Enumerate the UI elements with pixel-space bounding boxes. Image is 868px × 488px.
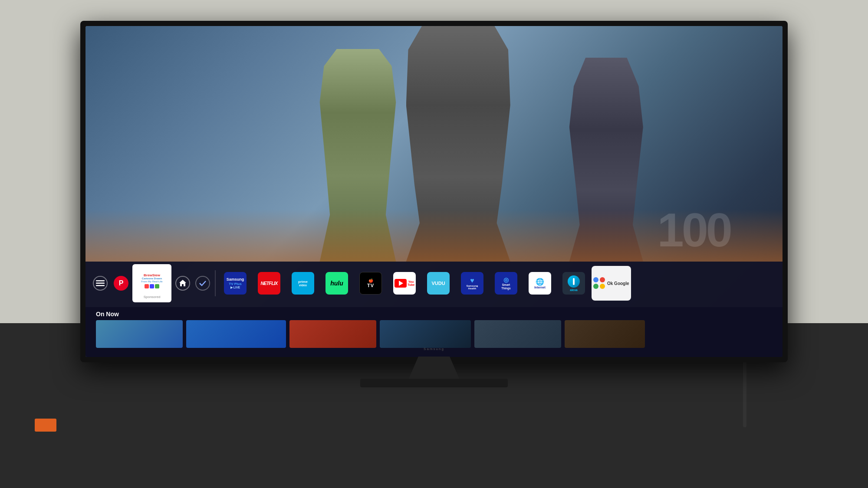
svg-rect-2 xyxy=(96,285,105,286)
alexa-icon: alexa xyxy=(562,272,585,295)
hulu-icon: hulu xyxy=(326,272,348,295)
thumbnail-6[interactable] xyxy=(565,320,645,348)
brewsiew-app[interactable]: BrewSiew Cartoons Drawn From My Real-Lif… xyxy=(132,264,171,302)
vudu-icon: VUDU xyxy=(427,272,450,295)
smartthings-app[interactable]: ◎ SmartThings xyxy=(490,266,522,301)
on-now-thumbnails xyxy=(96,320,772,348)
check-icon xyxy=(195,276,210,291)
samsung-health-icon: ♥ Samsung Health xyxy=(461,272,483,295)
sponsored-label: Sponsored xyxy=(144,295,161,299)
ok-google-icon: Ok Google xyxy=(592,277,631,289)
svg-rect-0 xyxy=(96,280,105,282)
thumbnail-1[interactable] xyxy=(96,320,183,348)
ok-google-label: Ok Google xyxy=(607,281,629,286)
youtube-app[interactable]: YouTube xyxy=(388,266,421,301)
prime-video-app[interactable]: prime video xyxy=(287,266,319,301)
apple-tv-app[interactable]: 🍎 TV xyxy=(355,266,387,301)
ok-google-app[interactable]: Ok Google xyxy=(592,266,631,301)
thumbnail-3[interactable] xyxy=(289,320,376,348)
smartthings-icon: ◎ SmartThings xyxy=(495,272,517,295)
alexa-app[interactable]: alexa xyxy=(558,266,590,301)
thumbnail-2[interactable] xyxy=(186,320,286,348)
stand-object xyxy=(35,419,56,432)
apple-tv-icon: 🍎 TV xyxy=(359,272,382,295)
smart-tv-taskbar: P BrewSiew Cartoons Drawn From My Real-L… xyxy=(85,262,783,357)
menu-button[interactable] xyxy=(91,266,110,301)
prime-video-icon: prime video xyxy=(292,272,314,295)
home-icon xyxy=(175,276,190,291)
hero-overlay-numbers: 100 xyxy=(657,202,730,257)
check-button[interactable] xyxy=(194,266,211,301)
netflix-app[interactable]: NETFLIX xyxy=(253,266,285,301)
pintrest-icon: P xyxy=(114,276,128,291)
thumbnail-4[interactable] xyxy=(380,320,471,348)
internet-app[interactable]: 🌐 Internet xyxy=(524,266,556,301)
tv-base xyxy=(360,379,508,387)
brewsiew-icon: BrewSiew Cartoons Drawn From My Real-Lif… xyxy=(134,268,170,294)
tv-screen: 100 P xyxy=(85,26,783,357)
thumbnail-5[interactable] xyxy=(474,320,561,348)
hulu-app[interactable]: hulu xyxy=(321,266,353,301)
samsung-badge: Samsung xyxy=(424,347,444,351)
samsung-tv-plus-icon: Samsung TV Plus ▶ LIVE xyxy=(224,272,247,295)
svg-rect-1 xyxy=(96,283,105,284)
pintrest-button[interactable]: P xyxy=(112,266,131,301)
samsung-tv-plus-app[interactable]: Samsung TV Plus ▶ LIVE xyxy=(219,266,251,301)
home-button[interactable] xyxy=(173,266,192,301)
tv-frame: 100 P xyxy=(80,21,788,362)
menu-icon xyxy=(93,276,108,291)
netflix-icon: NETFLIX xyxy=(258,272,280,295)
apps-row: P BrewSiew Cartoons Drawn From My Real-L… xyxy=(85,262,783,305)
on-now-label: On Now xyxy=(96,311,772,318)
internet-icon: 🌐 Internet xyxy=(529,272,551,295)
vudu-app[interactable]: VUDU xyxy=(422,266,454,301)
divider-1 xyxy=(215,270,216,296)
samsung-health-app[interactable]: ♥ Samsung Health xyxy=(456,266,488,301)
youtube-icon: YouTube xyxy=(393,272,416,295)
